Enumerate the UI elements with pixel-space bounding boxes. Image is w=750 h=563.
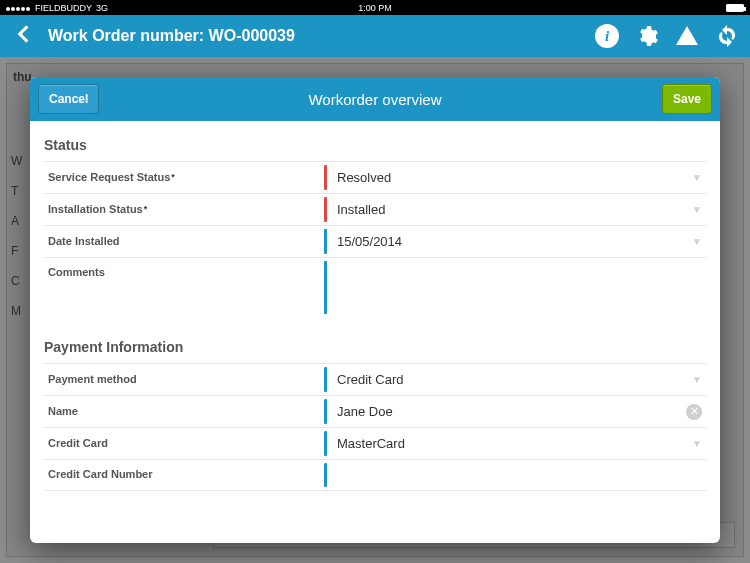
sync-button[interactable]	[714, 23, 740, 49]
row-payer-name: Name Jane Doe ✕	[44, 395, 706, 427]
battery-icon	[726, 4, 744, 12]
ios-status-bar: FIELDBUDDY 3G 1:00 PM	[0, 0, 750, 15]
carrier-label: FIELDBUDDY	[35, 3, 92, 13]
label-comments: Comments	[44, 258, 324, 317]
chevron-down-icon: ▼	[692, 172, 702, 183]
row-credit-card: Credit Card MasterCard ▼	[44, 427, 706, 459]
label-credit-card: Credit Card	[44, 428, 324, 459]
section-status-title: Status	[44, 131, 706, 161]
info-button[interactable]: i	[594, 23, 620, 49]
label-credit-card-number: Credit Card Number	[44, 460, 324, 490]
value-date-installed: 15/05/2014	[337, 234, 692, 249]
label-installation-status: Installation Status	[48, 203, 143, 216]
modal-body: Status Service Request Status* Resolved …	[30, 121, 720, 543]
picker-date-installed[interactable]: 15/05/2014 ▼	[327, 226, 706, 257]
select-installation-status[interactable]: Installed ▼	[327, 194, 706, 225]
settings-button[interactable]	[634, 23, 660, 49]
signal-dots-icon	[6, 3, 31, 13]
label-service-request-status: Service Request Status	[48, 171, 170, 184]
cancel-button[interactable]: Cancel	[38, 84, 99, 114]
page-title: Work Order number: WO-000039	[48, 27, 295, 45]
label-payment-method: Payment method	[44, 364, 324, 395]
modal-title: Workorder overview	[308, 91, 441, 108]
row-credit-card-number: Credit Card Number	[44, 459, 706, 491]
clock: 1:00 PM	[358, 3, 392, 13]
chevron-down-icon: ▼	[692, 438, 702, 449]
label-date-installed: Date Installed	[44, 226, 324, 257]
row-installation-status: Installation Status* Installed ▼	[44, 193, 706, 225]
label-payer-name: Name	[44, 396, 324, 427]
network-label: 3G	[96, 3, 108, 13]
chevron-down-icon: ▼	[692, 236, 702, 247]
row-payment-method: Payment method Credit Card ▼	[44, 363, 706, 395]
input-payer-name[interactable]: Jane Doe ✕	[327, 396, 706, 427]
modal-header: Cancel Workorder overview Save	[30, 77, 720, 121]
clear-icon[interactable]: ✕	[686, 404, 702, 420]
input-credit-card-number[interactable]	[327, 460, 706, 490]
value-service-request-status: Resolved	[337, 170, 692, 185]
row-comments: Comments	[44, 257, 706, 317]
app-header: Work Order number: WO-000039 i	[0, 15, 750, 57]
chevron-down-icon: ▼	[692, 374, 702, 385]
select-credit-card[interactable]: MasterCard ▼	[327, 428, 706, 459]
textarea-comments[interactable]	[327, 258, 706, 317]
row-date-installed: Date Installed 15/05/2014 ▼	[44, 225, 706, 257]
select-payment-method[interactable]: Credit Card ▼	[327, 364, 706, 395]
select-service-request-status[interactable]: Resolved ▼	[327, 162, 706, 193]
chevron-down-icon: ▼	[692, 204, 702, 215]
section-payment-title: Payment Information	[44, 333, 706, 363]
back-button[interactable]	[10, 21, 36, 51]
value-installation-status: Installed	[337, 202, 692, 217]
row-service-request-status: Service Request Status* Resolved ▼	[44, 161, 706, 193]
value-payment-method: Credit Card	[337, 372, 692, 387]
save-button[interactable]: Save	[662, 84, 712, 114]
value-credit-card: MasterCard	[337, 436, 692, 451]
alert-button[interactable]	[674, 23, 700, 49]
workorder-overview-modal: Cancel Workorder overview Save Status Se…	[30, 77, 720, 543]
value-payer-name: Jane Doe	[337, 404, 686, 419]
